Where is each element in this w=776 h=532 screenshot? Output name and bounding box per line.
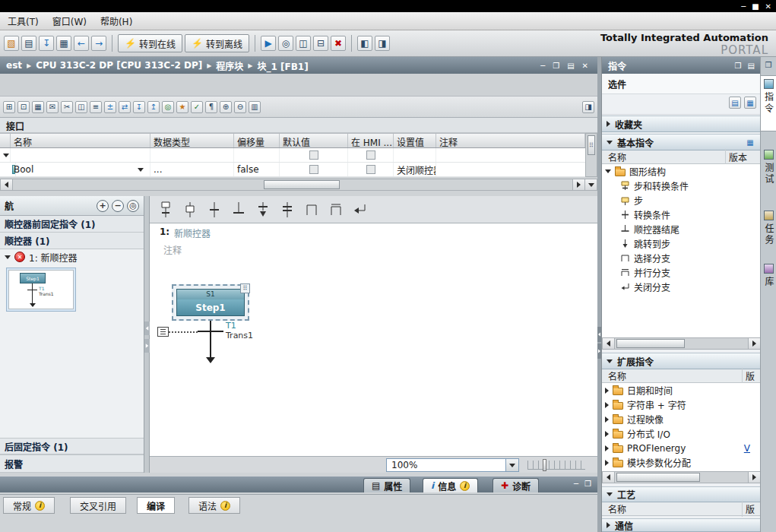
external-source-icon[interactable]: ✉ bbox=[46, 101, 59, 113]
section-sequencers[interactable]: 顺控器 (1) bbox=[0, 233, 144, 249]
insert-jump-to-step-icon[interactable] bbox=[253, 199, 273, 220]
window-layout-left-icon[interactable]: ◧ bbox=[357, 36, 372, 51]
folder-module-parameterization[interactable]: 模块参数化分配 bbox=[602, 455, 761, 470]
new-project-icon[interactable]: ▧ bbox=[4, 36, 19, 51]
monitor-icon[interactable]: ◎ bbox=[162, 101, 174, 113]
column-version[interactable]: 版 bbox=[743, 501, 761, 517]
section-pre-instructions[interactable]: 顺控器前固定指令 (1) bbox=[0, 216, 144, 233]
step-name-label[interactable]: Step1 bbox=[177, 299, 244, 315]
table-row-input[interactable]: Input bbox=[0, 148, 585, 163]
interface-horizontal-scrollbar[interactable] bbox=[0, 179, 597, 191]
subtab-syntax[interactable]: 语法 i bbox=[188, 497, 240, 514]
tree-item[interactable]: 步和转换条件 bbox=[602, 179, 761, 193]
tree-item[interactable]: 跳转到步 bbox=[602, 236, 761, 251]
collapse-networks-icon[interactable]: ⊖ bbox=[234, 101, 246, 113]
column-header-setpoint[interactable]: 设置值 bbox=[394, 134, 436, 147]
side-tab-instructions[interactable]: 指令 bbox=[761, 75, 776, 131]
inspector-restore-icon[interactable]: ❐ bbox=[584, 480, 591, 488]
delete-row-icon[interactable]: ✂ bbox=[61, 101, 73, 113]
breadcrumb-block[interactable]: 块_1 [FB1] bbox=[258, 59, 309, 72]
interface-vertical-scrollbar[interactable]: ⠿ bbox=[585, 133, 597, 177]
open-project-icon[interactable]: ▤ bbox=[21, 36, 36, 51]
breadcrumb-device[interactable]: CPU 313C-2 DP [CPU 313C-2 DP] bbox=[36, 60, 202, 71]
scrollbar-thumb[interactable] bbox=[616, 473, 700, 482]
scroll-left-icon[interactable] bbox=[1, 179, 13, 190]
comment-cell[interactable]: 关闭顺控器 bbox=[394, 163, 436, 176]
tab-info[interactable]: i 信息 i bbox=[423, 478, 478, 492]
breadcrumb-project[interactable]: est bbox=[6, 60, 22, 71]
section-favorites[interactable]: 收藏夹 bbox=[602, 116, 761, 132]
side-tab-testing[interactable]: 测试 bbox=[761, 147, 776, 200]
insert-step-icon[interactable] bbox=[180, 199, 200, 220]
cancel-icon[interactable]: ✖ bbox=[331, 36, 346, 51]
offset-cell[interactable]: ... bbox=[150, 163, 234, 176]
section-basic-instructions[interactable]: 基本指令 ▦ bbox=[602, 134, 761, 150]
open-all-networks-icon[interactable]: ▦ bbox=[32, 101, 44, 113]
subtab-general[interactable]: 常规 i bbox=[3, 497, 55, 514]
breadcrumb-program-blocks[interactable]: 程序块 bbox=[216, 59, 243, 72]
sequencer-tree-item[interactable]: ✕ 1: 新顺控器 bbox=[0, 249, 144, 264]
print-icon[interactable]: ▦ bbox=[56, 36, 71, 51]
subtab-compile[interactable]: 编译 bbox=[137, 497, 175, 514]
editor-layout-icon[interactable]: ◨ bbox=[582, 101, 594, 113]
undo-icon[interactable]: ← bbox=[74, 36, 89, 51]
zoom-slider-thumb[interactable] bbox=[543, 459, 546, 471]
split-editor-vertical-icon[interactable]: ⊟ bbox=[313, 36, 328, 51]
editor-close-icon[interactable]: ✕ bbox=[582, 62, 588, 70]
download-icon[interactable]: ↧ bbox=[133, 101, 145, 113]
basic-horizontal-scrollbar[interactable] bbox=[602, 337, 761, 350]
chevron-down-icon[interactable] bbox=[5, 255, 11, 259]
table-row-off-sq[interactable]: OFF_SQ Bool ... false 关闭顺控器 bbox=[0, 163, 585, 177]
column-header-comment[interactable]: 注释 bbox=[436, 134, 585, 147]
absolute-symbolic-operands-icon[interactable]: ≡ bbox=[90, 101, 102, 113]
tree-item[interactable]: 关闭分支 bbox=[602, 280, 761, 294]
column-name[interactable]: 名称 bbox=[602, 501, 743, 517]
expand-right-icon[interactable] bbox=[144, 339, 150, 353]
graph-canvas[interactable]: 1: 新顺控器 注释 S1 Step1 ⠿ T1 Trans1 bbox=[150, 223, 597, 456]
window-minimize-icon[interactable]: ─ bbox=[741, 2, 746, 11]
sequencer-thumbnail[interactable]: Step1 T1 Trans1 bbox=[6, 268, 76, 312]
inspector-minimize-icon[interactable]: ─ bbox=[574, 480, 578, 488]
split-editor-horizontal-icon[interactable]: ◫ bbox=[296, 36, 311, 51]
column-name[interactable]: 名称 bbox=[602, 149, 726, 165]
column-name[interactable]: 名称 bbox=[602, 368, 743, 384]
insert-step-and-transition-icon[interactable] bbox=[156, 199, 176, 220]
scroll-right-icon[interactable] bbox=[748, 472, 760, 483]
add-row-icon[interactable]: ⊡ bbox=[17, 101, 30, 113]
section-post-instructions[interactable]: 后固定指令 (1) bbox=[0, 438, 144, 454]
subtab-cross-references[interactable]: 交叉引用 bbox=[70, 497, 126, 514]
zoom-dropdown-icon[interactable] bbox=[505, 459, 518, 471]
close-branch-icon[interactable] bbox=[350, 199, 370, 220]
scrollbar-thumb[interactable] bbox=[616, 339, 685, 348]
column-header-offset[interactable]: 偏移量 bbox=[234, 134, 280, 147]
window-maximize-icon[interactable]: ■ bbox=[752, 2, 759, 11]
section-extended-instructions[interactable]: 扩展指令 bbox=[602, 353, 761, 369]
step-grip-icon[interactable]: ⠿ bbox=[240, 283, 250, 293]
tree-item[interactable]: 选择分支 bbox=[602, 251, 761, 265]
folder-process-image[interactable]: 过程映像 bbox=[602, 412, 761, 426]
default-value-cell[interactable]: false bbox=[234, 163, 280, 176]
go-offline-button[interactable]: ⚡ 转到离线 bbox=[185, 34, 249, 52]
zoom-in-icon[interactable]: + bbox=[97, 200, 109, 212]
folder-date-and-time[interactable]: 日期和时间 bbox=[602, 383, 761, 397]
start-simulation-icon[interactable]: ▶ bbox=[261, 36, 276, 51]
setpoint-checkbox[interactable] bbox=[366, 165, 375, 174]
tree-item[interactable]: 步 bbox=[602, 193, 761, 207]
save-project-icon[interactable]: ↧ bbox=[39, 36, 54, 51]
device-information-icon[interactable]: ◎ bbox=[278, 36, 293, 51]
column-header-hmi[interactable]: 在 HMI ... bbox=[348, 134, 394, 147]
column-version[interactable]: 版本 bbox=[726, 149, 761, 165]
panel-options-icon[interactable]: ❐ bbox=[735, 62, 742, 70]
split-view-icon[interactable]: ◫ bbox=[75, 101, 87, 113]
side-tab-libraries[interactable]: 库 bbox=[761, 261, 776, 299]
folder-profienergy[interactable]: PROFIenergy V bbox=[602, 441, 761, 455]
go-online-button[interactable]: ⚡ 转到在线 bbox=[118, 34, 182, 52]
tree-item[interactable]: 并行分支 bbox=[602, 265, 761, 280]
folder-distributed-io[interactable]: 分布式 I/O bbox=[602, 426, 761, 441]
scroll-left-icon[interactable] bbox=[603, 338, 615, 349]
insert-transition-icon[interactable] bbox=[204, 199, 224, 220]
selected-step[interactable]: S1 Step1 ⠿ bbox=[172, 284, 249, 321]
insert-row-icon[interactable]: ⊞ bbox=[3, 101, 15, 113]
fit-to-view-icon[interactable]: ◎ bbox=[127, 200, 139, 212]
editor-dock-icon[interactable]: ▤ bbox=[567, 62, 574, 70]
